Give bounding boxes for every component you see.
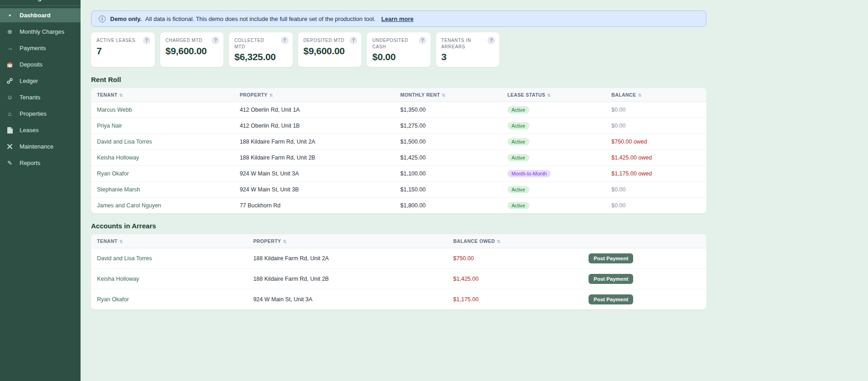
stat-card-label: DEPOSITED MTD — [304, 37, 356, 44]
dashboard-icon: ▪ — [6, 12, 14, 19]
post-payment-button[interactable]: Post Payment — [589, 274, 633, 284]
column-header-lease-status: LEASE STATUS⇅ — [502, 88, 605, 102]
alert-title: Demo only. — [110, 15, 142, 22]
property-cell: 188 Kildaire Farm Rd, Unit 2B — [234, 150, 395, 166]
sidebar-item-properties[interactable]: ⌂Properties — [0, 107, 81, 121]
stat-card-value: $9,600.00 — [166, 46, 218, 57]
property-cell: 412 Oberlin Rd, Unit 1A — [234, 102, 395, 118]
help-icon[interactable]: ? — [281, 36, 289, 44]
property-cell: 412 Oberlin Rd, Unit 1B — [234, 118, 395, 134]
column-header-actions — [583, 234, 706, 248]
stat-card-charged-mtd: CHARGED MTD?$9,600.00 — [160, 32, 224, 67]
sort-icon[interactable]: ⇅ — [269, 93, 273, 98]
tenant-cell: Stephanie Marsh — [91, 182, 234, 198]
table-row: Keisha Holloway188 Kildaire Farm Rd, Uni… — [91, 150, 706, 166]
arrears-heading: Accounts in Arrears — [91, 222, 706, 230]
balance-owed-cell: $750.00 — [447, 248, 583, 269]
tenant-cell: Keisha Holloway — [91, 150, 234, 166]
monthly-charges-icon: ⊕ — [6, 28, 14, 35]
sidebar-item-label: Deposits — [20, 61, 43, 68]
sidebar-item-deposits[interactable]: Deposits — [0, 57, 81, 72]
column-header-balance: BALANCE⇅ — [605, 88, 706, 102]
stat-card-value: $0.00 — [372, 51, 425, 62]
table-row: Stephanie Marsh924 W Main St, Unit 3B$1,… — [91, 182, 706, 198]
rent-roll-heading: Rent Roll — [91, 76, 706, 83]
table-row: James and Carol Nguyen77 Buckhorn Rd$1,8… — [91, 198, 706, 214]
sort-icon[interactable]: ⇅ — [283, 239, 286, 244]
tenant-cell: Marcus Webb — [91, 102, 234, 118]
arrears-body: David and Lisa Torres188 Kildaire Farm R… — [91, 248, 706, 310]
tenant-link[interactable]: David and Lisa Torres — [97, 255, 152, 262]
sidebar: Rent Management Demo ▪Dashboard⊕Monthly … — [0, 0, 81, 381]
tenant-link[interactable]: Keisha Holloway — [97, 154, 139, 161]
lease-status-cell: Active — [502, 182, 605, 198]
stat-card-value: $9,600.00 — [304, 46, 356, 57]
status-badge: Active — [508, 154, 529, 161]
balance-cell: $0.00 — [605, 102, 706, 118]
sort-icon[interactable]: ⇅ — [119, 239, 123, 244]
balance-cell: $0.00 — [605, 118, 706, 134]
help-icon[interactable]: ? — [350, 36, 357, 44]
lease-status-cell: Active — [502, 102, 605, 118]
sort-icon[interactable]: ⇅ — [497, 239, 501, 244]
tenant-link[interactable]: Keisha Holloway — [97, 276, 139, 282]
balance-owed-cell: $1,175.00 — [447, 289, 583, 310]
tenant-link[interactable]: Ryan Okafor — [97, 170, 129, 177]
post-payment-button[interactable]: Post Payment — [589, 253, 633, 263]
sidebar-item-label: Maintenance — [20, 143, 53, 150]
tenant-cell: Keisha Holloway — [91, 269, 247, 289]
lease-status-cell: Active — [502, 198, 605, 214]
sidebar-item-dashboard[interactable]: ▪Dashboard — [0, 8, 81, 22]
learn-more-link[interactable]: Learn more — [381, 15, 414, 22]
sidebar-item-leases[interactable]: Leases — [0, 123, 81, 137]
sidebar-item-tenants[interactable]: ☺Tenants — [0, 90, 81, 104]
monthly-rent-cell: $1,425.00 — [395, 150, 502, 166]
sort-icon[interactable]: ⇅ — [547, 93, 551, 98]
stat-card-label: CHARGED MTD — [166, 37, 218, 44]
sort-icon[interactable]: ⇅ — [119, 93, 123, 98]
tenant-link[interactable]: Priya Nair — [97, 123, 122, 129]
sort-icon[interactable]: ⇅ — [442, 93, 446, 98]
balance-cell: $0.00 — [605, 198, 706, 214]
property-cell: 188 Kildaire Farm Rd, Unit 2A — [247, 248, 447, 269]
status-badge: Active — [508, 106, 529, 113]
rent-roll-header-row: TENANT⇅PROPERTY⇅MONTHLY RENT⇅LEASE STATU… — [91, 88, 706, 102]
property-cell: 924 W Main St, Unit 3B — [234, 182, 395, 198]
tenant-link[interactable]: David and Lisa Torres — [97, 139, 152, 145]
help-icon[interactable]: ? — [143, 36, 151, 44]
sidebar-item-payments[interactable]: →Payments — [0, 41, 81, 55]
property-cell: 188 Kildaire Farm Rd, Unit 2B — [247, 269, 447, 289]
status-badge: Month-to-Month — [508, 170, 551, 177]
lease-status-cell: Active — [502, 134, 605, 150]
sidebar-item-reports[interactable]: ✎Reports — [0, 156, 81, 170]
post-payment-button[interactable]: Post Payment — [589, 294, 633, 304]
stat-card-value: 3 — [442, 51, 494, 62]
sidebar-item-label: Reports — [20, 160, 41, 166]
sidebar-item-maintenance[interactable]: Maintenance — [0, 139, 81, 154]
sidebar-item-label: Properties — [20, 110, 46, 117]
help-icon[interactable]: ? — [487, 36, 495, 44]
properties-icon: ⌂ — [6, 110, 14, 117]
sidebar-item-monthly-charges[interactable]: ⊕Monthly Charges — [0, 25, 81, 39]
table-row: Marcus Webb412 Oberlin Rd, Unit 1A$1,350… — [91, 102, 706, 118]
status-badge: Active — [508, 122, 529, 129]
help-icon[interactable]: ? — [212, 36, 219, 44]
tenant-link[interactable]: Ryan Okafor — [97, 296, 129, 303]
sort-icon[interactable]: ⇅ — [638, 93, 641, 98]
tenants-icon: ☺ — [6, 94, 14, 101]
main-content: i Demo only. All data is fictional. This… — [81, 0, 868, 381]
column-header-monthly-rent: MONTHLY RENT⇅ — [395, 88, 502, 102]
help-icon[interactable]: ? — [419, 36, 426, 44]
lease-status-cell: Active — [502, 150, 605, 166]
sidebar-item-label: Leases — [20, 127, 39, 134]
monthly-rent-cell: $1,350.00 — [395, 102, 502, 118]
sidebar-item-ledger[interactable]: Ledger — [0, 74, 81, 88]
tenant-link[interactable]: Stephanie Marsh — [97, 186, 140, 193]
info-icon: i — [99, 15, 106, 22]
sidebar-item-label: Payments — [20, 45, 46, 51]
stat-card-collected-mtd: COLLECTED MTD?$6,325.00 — [229, 32, 293, 67]
tenant-link[interactable]: Marcus Webb — [97, 107, 132, 113]
arrears-table: TENANT⇅PROPERTY⇅BALANCE OWED⇅ David and … — [91, 234, 706, 309]
deposits-icon — [6, 62, 14, 67]
tenant-link[interactable]: James and Carol Nguyen — [97, 202, 161, 209]
